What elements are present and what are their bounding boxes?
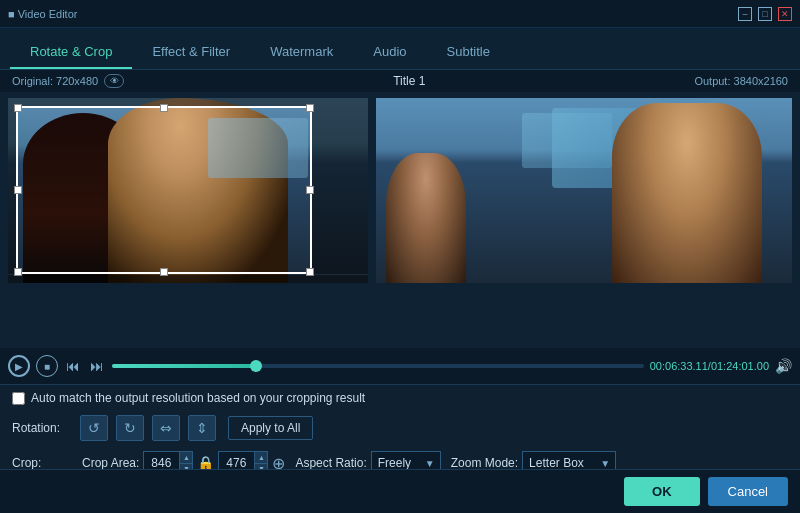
auto-match-checkbox[interactable] bbox=[12, 392, 25, 405]
visibility-toggle[interactable]: 👁 bbox=[104, 74, 124, 88]
progress-thumb[interactable] bbox=[250, 360, 262, 372]
rotation-row: Rotation: ↺ ↻ ⇔ ⇕ Apply to All bbox=[12, 415, 788, 441]
crop-area-label: Crop Area: bbox=[82, 456, 139, 470]
next-frame-button[interactable]: ⏭ bbox=[88, 356, 106, 376]
crop-dim-bottom bbox=[8, 275, 368, 283]
playback-bar: ▶ ■ ⏮ ⏭ 00:06:33.11/01:24:01.00 🔊 bbox=[0, 348, 800, 384]
crop-handle-bl[interactable] bbox=[14, 268, 22, 276]
video-title: Title 1 bbox=[393, 74, 425, 88]
aspect-ratio-label: Aspect Ratio: bbox=[295, 456, 366, 470]
crop-overlay[interactable] bbox=[16, 106, 312, 274]
crop-dim-top bbox=[8, 98, 368, 106]
original-label: Original: 720x480 bbox=[12, 75, 98, 87]
tabs-row: Rotate & Crop Effect & Filter Watermark … bbox=[0, 28, 800, 70]
stop-button[interactable]: ■ bbox=[36, 355, 58, 377]
minimize-button[interactable]: – bbox=[738, 7, 752, 21]
apply-all-button[interactable]: Apply to All bbox=[228, 416, 313, 440]
crop-handle-bc[interactable] bbox=[160, 268, 168, 276]
close-button[interactable]: ✕ bbox=[778, 7, 792, 21]
title-bar: ■ Video Editor – □ ✕ bbox=[0, 0, 800, 28]
auto-match-label: Auto match the output resolution based o… bbox=[31, 391, 365, 405]
rotate-left-button[interactable]: ↺ bbox=[80, 415, 108, 441]
person-silhouette-right bbox=[612, 103, 762, 283]
progress-fill bbox=[112, 364, 256, 368]
rotate-right-button[interactable]: ↻ bbox=[116, 415, 144, 441]
crop-handle-br[interactable] bbox=[306, 268, 314, 276]
tab-subtitle[interactable]: Subtitle bbox=[427, 36, 510, 69]
title-bar-left: ■ Video Editor bbox=[8, 8, 77, 20]
video-header-left: Original: 720x480 👁 bbox=[12, 74, 124, 88]
crop-height-up[interactable]: ▲ bbox=[254, 452, 267, 464]
crop-handle-ml[interactable] bbox=[14, 186, 22, 194]
flip-vertical-button[interactable]: ⇕ bbox=[188, 415, 216, 441]
crop-handle-tl[interactable] bbox=[14, 104, 22, 112]
ok-button[interactable]: OK bbox=[624, 477, 700, 506]
crop-handle-mr[interactable] bbox=[306, 186, 314, 194]
output-label: Output: 3840x2160 bbox=[694, 75, 788, 87]
crop-width-up[interactable]: ▲ bbox=[179, 452, 192, 464]
time-display: 00:06:33.11/01:24:01.00 bbox=[650, 360, 769, 372]
video-header: Original: 720x480 👁 Title 1 Output: 3840… bbox=[0, 70, 800, 92]
tab-effect-filter[interactable]: Effect & Filter bbox=[132, 36, 250, 69]
video-panel-right bbox=[376, 98, 792, 283]
app-title: ■ Video Editor bbox=[8, 8, 77, 20]
content-area: Original: 720x480 👁 Title 1 Output: 3840… bbox=[0, 70, 800, 513]
cancel-button[interactable]: Cancel bbox=[708, 477, 788, 506]
tab-rotate-crop[interactable]: Rotate & Crop bbox=[10, 36, 132, 69]
bottom-bar: OK Cancel bbox=[0, 469, 800, 513]
video-preview-right bbox=[376, 98, 792, 283]
checkbox-row: Auto match the output resolution based o… bbox=[12, 391, 788, 405]
progress-bar[interactable] bbox=[112, 364, 644, 368]
crop-handle-tc[interactable] bbox=[160, 104, 168, 112]
play-button[interactable]: ▶ bbox=[8, 355, 30, 377]
flip-horizontal-button[interactable]: ⇔ bbox=[152, 415, 180, 441]
rotation-label: Rotation: bbox=[12, 421, 72, 435]
crop-handle-tr[interactable] bbox=[306, 104, 314, 112]
prev-frame-button[interactable]: ⏮ bbox=[64, 356, 82, 376]
crop-label: Crop: bbox=[12, 456, 72, 470]
person-silhouette-left bbox=[386, 153, 466, 283]
volume-icon[interactable]: 🔊 bbox=[775, 358, 792, 374]
title-bar-controls: – □ ✕ bbox=[738, 7, 792, 21]
crop-dim-right bbox=[312, 106, 368, 274]
zoom-mode-label: Zoom Mode: bbox=[451, 456, 518, 470]
video-panels bbox=[0, 92, 800, 348]
video-panel-left bbox=[8, 98, 368, 283]
maximize-button[interactable]: □ bbox=[758, 7, 772, 21]
tab-audio[interactable]: Audio bbox=[353, 36, 426, 69]
tab-watermark[interactable]: Watermark bbox=[250, 36, 353, 69]
